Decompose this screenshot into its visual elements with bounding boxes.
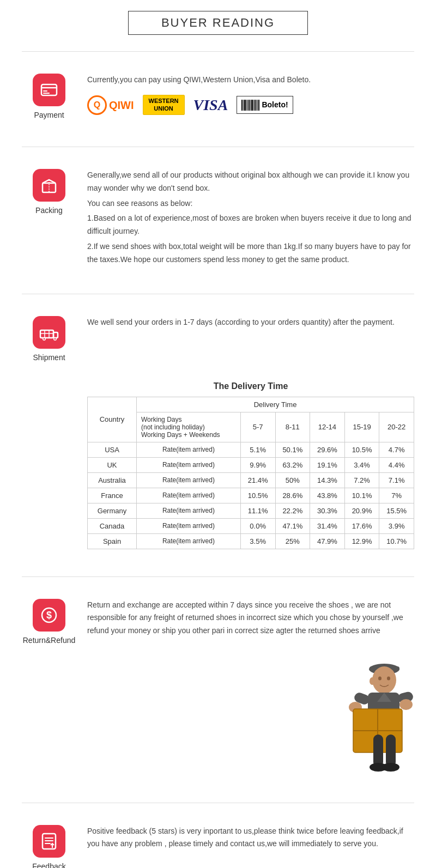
country-cell: Australia <box>88 472 137 488</box>
v1-cell: 0.0% <box>240 518 275 533</box>
delivery-table-wrapper: The Delivery Time Country Delivery Time … <box>22 373 414 549</box>
payment-section: Payment Currently,you can pay using QIWI… <box>0 63 436 136</box>
v5-cell: 7.1% <box>379 472 414 488</box>
table-header-row-1: Country Delivery Time <box>88 397 414 412</box>
delivery-table: Country Delivery Time Working Days(not i… <box>87 397 414 549</box>
v4-cell: 10.5% <box>344 442 379 457</box>
rate-cell: Rate(item arrived) <box>137 488 241 503</box>
packing-para-4: 2.If we send shoes with box,total weight… <box>87 240 414 266</box>
payment-icon-box <box>33 74 65 106</box>
delivery-man-area <box>0 650 436 792</box>
boleto-logo: Boleto! <box>237 96 293 114</box>
v3-cell: 29.6% <box>310 442 345 457</box>
table-row: Germany Rate(item arrived) 11.1% 22.2% 3… <box>88 503 414 518</box>
col-12-14: 12-14 <box>310 412 345 442</box>
payment-section-left: Payment <box>22 74 76 119</box>
v3-cell: 19.1% <box>310 457 345 472</box>
col-5-7: 5-7 <box>240 412 275 442</box>
rate-cell: Rate(item arrived) <box>137 472 241 488</box>
rate-cell: Rate(item arrived) <box>137 533 241 549</box>
packing-label: Packing <box>35 206 63 215</box>
delivery-man-illustration <box>332 650 420 792</box>
v3-cell: 30.3% <box>310 503 345 518</box>
country-cell: USA <box>88 442 137 457</box>
feedback-section-left: Feedback <box>22 825 76 868</box>
shipment-top: Shipment We well send your orders in 1-7… <box>22 316 414 362</box>
shipment-label: Shipment <box>33 353 65 362</box>
table-row: Spain Rate(item arrived) 3.5% 25% 47.9% … <box>88 533 414 549</box>
divider-5 <box>22 803 414 803</box>
page-header: BUYER READING <box>0 0 436 40</box>
svg-point-10 <box>44 338 45 339</box>
qiwi-text: QIWI <box>109 96 134 114</box>
v5-cell: 15.5% <box>379 503 414 518</box>
rate-cell: Rate(item arrived) <box>137 503 241 518</box>
barcode-icon <box>241 100 259 111</box>
v5-cell: 4.7% <box>379 442 414 457</box>
svg-point-21 <box>378 676 382 680</box>
svg-point-37 <box>382 763 399 772</box>
divider-1 <box>22 51 414 52</box>
col-delivery-time-header: Delivery Time <box>137 397 414 412</box>
v1-cell: 10.5% <box>240 488 275 503</box>
packing-section: Packing Generally,we send all of our pro… <box>0 158 436 283</box>
shipment-section: Shipment We well send your orders in 1-7… <box>0 305 436 566</box>
boleto-text: Boleto! <box>262 99 288 112</box>
divider-3 <box>22 294 414 294</box>
country-cell: France <box>88 488 137 503</box>
shipment-intro: We well send your orders in 1-7 days (ac… <box>87 316 414 329</box>
v4-cell: 12.9% <box>344 533 379 549</box>
svg-point-23 <box>370 677 375 685</box>
svg-point-12 <box>55 338 56 339</box>
payment-logos: Q QIWI WESTERN UNION VISA <box>87 92 414 118</box>
packing-content: Generally,we send all of our products wi… <box>87 169 414 266</box>
v3-cell: 47.9% <box>310 533 345 549</box>
col-15-19: 15-19 <box>344 412 379 442</box>
v3-cell: 14.3% <box>310 472 345 488</box>
payment-icon <box>39 80 59 100</box>
divider-2 <box>22 147 414 147</box>
page-title: BUYER READING <box>128 11 308 35</box>
col-8-11: 8-11 <box>275 412 310 442</box>
packing-para-1: Generally,we send all of our products wi… <box>87 169 414 195</box>
western-union-logo: WESTERN UNION <box>143 95 185 114</box>
svg-rect-35 <box>386 735 396 767</box>
v3-cell: 31.4% <box>310 518 345 533</box>
shipment-intro-content: We well send your orders in 1-7 days (ac… <box>87 316 414 362</box>
v1-cell: 11.1% <box>240 503 275 518</box>
svg-text:$: $ <box>46 610 52 621</box>
v5-cell: 7% <box>379 488 414 503</box>
return-refund-section: $ Return&Refund Return and exchange are … <box>0 588 436 661</box>
packing-para-2: You can see reasons as below: <box>87 197 414 210</box>
col-working-days: Working Days(not including holiday)Worki… <box>137 412 241 442</box>
v2-cell: 47.1% <box>275 518 310 533</box>
country-cell: Spain <box>88 533 137 549</box>
country-cell: UK <box>88 457 137 472</box>
packing-icon-box <box>33 169 65 202</box>
country-cell: Germany <box>88 503 137 518</box>
rate-cell: Rate(item arrived) <box>137 442 241 457</box>
table-row: UK Rate(item arrived) 9.9% 63.2% 19.1% 3… <box>88 457 414 472</box>
v4-cell: 10.1% <box>344 488 379 503</box>
v4-cell: 17.6% <box>344 518 379 533</box>
col-country-header: Country <box>88 397 137 442</box>
rate-cell: Rate(item arrived) <box>137 457 241 472</box>
svg-rect-8 <box>53 332 58 338</box>
table-header-row-2: Working Days(not including holiday)Worki… <box>88 412 414 442</box>
svg-rect-34 <box>373 735 383 767</box>
feedback-section: Feedback Positive feedback (5 stars) is … <box>0 814 436 868</box>
svg-point-29 <box>399 699 413 710</box>
table-row: Australia Rate(item arrived) 21.4% 50% 1… <box>88 472 414 488</box>
return-refund-label: Return&Refund <box>23 636 76 645</box>
qiwi-logo: Q QIWI <box>87 95 134 115</box>
v5-cell: 10.7% <box>379 533 414 549</box>
feedback-content: Positive feedback (5 stars) is very inpo… <box>87 825 414 868</box>
v2-cell: 22.2% <box>275 503 310 518</box>
v1-cell: 3.5% <box>240 533 275 549</box>
v1-cell: 21.4% <box>240 472 275 488</box>
svg-point-20 <box>372 666 396 694</box>
packing-section-left: Packing <box>22 169 76 266</box>
visa-logo: VISA <box>193 92 228 118</box>
table-row: Canada Rate(item arrived) 0.0% 47.1% 31.… <box>88 518 414 533</box>
divider-4 <box>22 576 414 577</box>
